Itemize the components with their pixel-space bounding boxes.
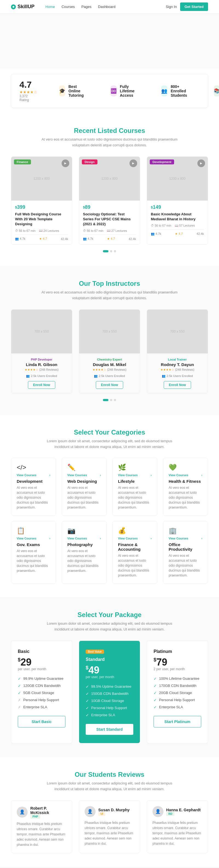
review-count: (248 Reviews): [39, 368, 58, 371]
cat-title: Web Designing: [67, 479, 101, 484]
package-btn-basic[interactable]: Start Basic: [18, 716, 65, 727]
package-price: $49: [86, 665, 133, 675]
cat-title: Photography: [67, 542, 101, 547]
course-price: $89: [83, 205, 136, 210]
dot-2[interactable]: [110, 399, 112, 401]
package-price: $79: [154, 657, 201, 667]
reviews-section-title: Our Students Reviews Lorem ipsum dolor s…: [11, 771, 208, 792]
dot-1[interactable]: [103, 250, 108, 252]
enroll-button[interactable]: Enroll Now: [96, 381, 123, 389]
rating-number: 4.7: [20, 80, 37, 90]
reviews-desc: Lorem ipsum dolor sit amet, consectetur …: [41, 781, 178, 792]
enrolled-text: 2.5k Users Enrolled: [99, 374, 125, 377]
enroll-button[interactable]: Enroll Now: [28, 381, 56, 389]
categories-title-highlight: Categories: [111, 429, 145, 436]
course-meta: ⏱ 56 to 67 min 📖 24 Lectures: [15, 229, 68, 232]
instructor-name: Rodney T. Dayun: [151, 362, 204, 367]
course-card: Finance 1200 x 800 $399 Full Web Designi…: [11, 156, 72, 245]
reviewer-role: UI: [98, 812, 130, 815]
dot-1[interactable]: [103, 399, 108, 401]
reviews-title-main: Our Students: [75, 771, 116, 778]
tutoring-icon: 🎓: [59, 86, 65, 96]
course-rating-count: 42.4k: [196, 232, 204, 235]
cat-desc: At vero eos et accusamus et iusto odio d…: [118, 485, 152, 510]
tutoring-text: Best Online Tutoring: [68, 84, 89, 97]
dot-3[interactable]: [114, 399, 116, 401]
instructors-grid: 700 x 550 PHP Developer Linda R. Gibson …: [11, 309, 208, 394]
instructor-stats: 👥 2.5k Users Enrolled: [83, 374, 136, 378]
instructor-name: Linda R. Gibson: [15, 362, 68, 367]
instructors-dots: [11, 399, 208, 401]
students-icon: 👥: [161, 86, 167, 96]
category-card-govexams: 📋 View Courses › Gov. Exams At vero eos …: [11, 521, 56, 584]
getstarted-button[interactable]: Get Started: [180, 2, 208, 11]
cat-title: Lifestyle: [118, 479, 152, 484]
course-body: $149 Basic Knowledge About Mediavel Bhar…: [147, 200, 208, 240]
cat-link[interactable]: View Courses ›: [67, 473, 101, 477]
dot-2[interactable]: [110, 250, 112, 252]
review-card: 👤 Robert P. McKissick PHP Phasellus tris…: [11, 800, 72, 854]
courses-grid: Finance 1200 x 800 $399 Full Web Designi…: [11, 156, 208, 245]
instructor-thumb: 700 x 550: [79, 310, 140, 353]
course-body: $89 Sociology Optional: Test Series For …: [79, 200, 140, 245]
course-price: $399: [15, 205, 68, 210]
cat-link[interactable]: View Courses ›: [67, 537, 101, 540]
instructor-stats: 👥 2.5k Users Enrolled: [151, 374, 204, 378]
reviewer: 👤 Robert P. McKissick PHP: [17, 806, 67, 818]
categories-section-title: Select Your Categories Lorem ipsum dolor…: [11, 429, 208, 450]
nav-dashboard[interactable]: Dashboard: [98, 5, 115, 9]
feature-item: ✓ 20GB Cloud Storage: [154, 691, 201, 695]
course-hours: ⏱ 56 to 67 min: [151, 224, 171, 227]
instructors-title-highlight: Instructors: [106, 280, 140, 287]
hero-section: [0, 14, 219, 68]
thumb-label: 1200 x 800: [101, 177, 117, 181]
dev-icon: </>: [17, 464, 50, 471]
feature-item: ✓ Personal Help Support: [154, 698, 201, 702]
course-footer: 👥 4.7k ★ 4.7 42.4k: [15, 235, 68, 241]
categories-heading: Select Your Categories: [11, 429, 208, 436]
instructor-card: 700 x 550 PHP Developer Linda R. Gibson …: [11, 309, 72, 394]
reviewer-name: Hanna E. Gephardt: [166, 808, 200, 812]
cat-link[interactable]: View Courses ›: [169, 537, 202, 540]
package-btn-platinum[interactable]: Start Platinum: [154, 716, 201, 727]
course-tag: Development: [150, 159, 174, 164]
stat-tutoring: 🎓 Best Online Tutoring: [59, 84, 89, 97]
enroll-button[interactable]: Enroll Now: [164, 381, 191, 389]
feature-item: ✓ 99.9% Uptime Guarantee: [18, 677, 65, 681]
cat-link[interactable]: View Courses ›: [169, 473, 202, 477]
cat-link[interactable]: View Courses ›: [17, 473, 50, 477]
cat-title: Development: [17, 479, 50, 484]
instructor-reviews: ★★★★☆ (248 Reviews): [151, 368, 204, 372]
signin-button[interactable]: Sign In: [166, 5, 177, 9]
cat-link[interactable]: View Courses ›: [118, 537, 152, 540]
course-footer: 👥 4.7k ★ 4.7 42.4k: [151, 229, 204, 236]
nav-pages[interactable]: Pages: [81, 5, 92, 9]
instructor-body: PHP Developer Linda R. Gibson ★★★★☆ (248…: [11, 353, 72, 393]
packages-title-highlight: Package: [115, 611, 142, 618]
package-btn-standard[interactable]: Start Standard: [86, 724, 133, 735]
courses-title-highlight: Courses: [119, 127, 145, 134]
instructor-reviews: ★★★★☆ (248 Reviews): [15, 368, 68, 372]
packages-section-title: Select Your Package Lorem ipsum dolor si…: [11, 611, 208, 632]
finance-icon: 💰: [118, 527, 152, 534]
reviews-section: Our Students Reviews Lorem ipsum dolor s…: [0, 757, 219, 867]
logo-text: SkillUP: [17, 4, 35, 9]
reviewer-name: Robert P. McKissick: [30, 806, 67, 815]
instructor-thumb: 700 x 550: [11, 310, 72, 353]
package-features: ✓ 99.9% Uptime Guarantee ✓ 120GB CDN Ban…: [18, 677, 65, 709]
instructor-reviews: ★★★★☆ (248 Reviews): [83, 368, 136, 372]
cat-title: Health & Fitness: [169, 479, 202, 484]
instructor-body: Chemistry Expert Douglas M. Mikel ★★★★☆ …: [79, 353, 140, 393]
cat-desc: At vero eos et accusamus et iusto odio d…: [169, 485, 202, 510]
dot-3[interactable]: [114, 250, 116, 252]
logo-icon: [11, 4, 16, 9]
nav-home[interactable]: Home: [45, 5, 55, 9]
cat-link[interactable]: View Courses ›: [118, 473, 152, 477]
reviews-title-highlight: Reviews: [118, 771, 144, 778]
cat-link[interactable]: View Courses ›: [17, 537, 50, 540]
nav-courses[interactable]: Courses: [62, 5, 75, 9]
thumb-label: 700 x 550: [170, 330, 185, 334]
course-stars: ★ 4.7: [175, 232, 183, 236]
reviewer-role: PHP: [30, 815, 67, 818]
feature-item: ✓ 120GB CDN Bandwidth: [18, 684, 65, 688]
